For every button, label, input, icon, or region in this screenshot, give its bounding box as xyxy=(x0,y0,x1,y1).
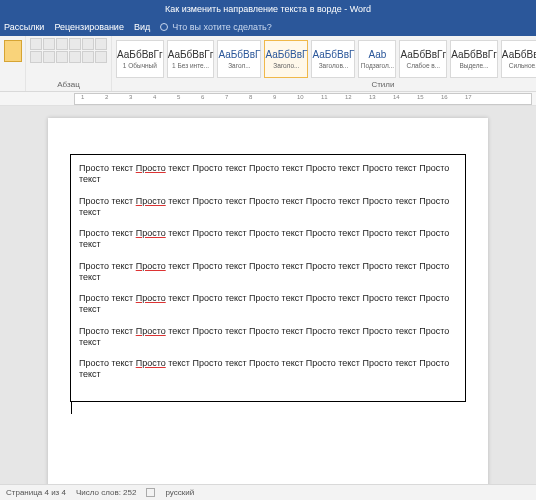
ribbon-group-paragraph: Абзац xyxy=(26,36,112,91)
ruler-mark: 13 xyxy=(369,94,376,100)
ruler-mark: 7 xyxy=(225,94,228,100)
paragraph[interactable]: Просто текст Просто текст Просто текст П… xyxy=(79,196,457,219)
grammar-underline: Просто xyxy=(136,293,166,303)
paragraph[interactable]: Просто текст Просто текст Просто текст П… xyxy=(79,293,457,316)
window-title: Как изменить направление текста в ворде … xyxy=(0,0,536,18)
styles-gallery[interactable]: АаБбВвГг1 ОбычныйАаБбВвГг1 Без инте...Аа… xyxy=(116,38,536,78)
align-center-icon[interactable] xyxy=(43,51,55,63)
ruler-mark: 12 xyxy=(345,94,352,100)
style-item-4[interactable]: АаБбВвГЗаголов... xyxy=(311,40,355,78)
align-left-icon[interactable] xyxy=(30,51,42,63)
style-item-5[interactable]: AabПодзагол... xyxy=(358,40,396,78)
ruler-mark: 17 xyxy=(465,94,472,100)
style-sample: АаБбВвГг xyxy=(168,49,214,60)
grammar-underline: Просто xyxy=(136,358,166,368)
style-item-3[interactable]: АаБбВвГЗаголо... xyxy=(264,40,308,78)
paragraph[interactable]: Просто текст Просто текст Просто текст П… xyxy=(79,326,457,349)
multilevel-icon[interactable] xyxy=(56,38,68,50)
tell-me[interactable]: Что вы хотите сделать? xyxy=(160,22,272,32)
spellcheck-icon[interactable] xyxy=(146,488,155,497)
status-words[interactable]: Число слов: 252 xyxy=(76,488,136,497)
style-sample: АаБбВвГ xyxy=(218,49,260,60)
ruler-mark: 8 xyxy=(249,94,252,100)
group-label-styles: Стили xyxy=(116,79,536,91)
style-label: 1 Без инте... xyxy=(172,62,209,69)
align-right-icon[interactable] xyxy=(56,51,68,63)
sort-icon[interactable] xyxy=(95,38,107,50)
ribbon: Абзац АаБбВвГг1 ОбычныйАаБбВвГг1 Без инт… xyxy=(0,36,536,92)
paragraph[interactable]: Просто текст Просто текст Просто текст П… xyxy=(79,163,457,186)
ruler-mark: 6 xyxy=(201,94,204,100)
style-item-1[interactable]: АаБбВвГг1 Без инте... xyxy=(167,40,215,78)
status-page[interactable]: Страница 4 из 4 xyxy=(6,488,66,497)
titlebar: Как изменить направление текста в ворде … xyxy=(0,0,536,18)
style-label: Заголо... xyxy=(273,62,299,69)
style-sample: АаБбВвГг xyxy=(451,49,497,60)
shading-icon[interactable] xyxy=(95,51,107,63)
bullets-icon[interactable] xyxy=(30,38,42,50)
ruler-mark: 3 xyxy=(129,94,132,100)
status-language[interactable]: русский xyxy=(165,488,194,497)
tab-mailings[interactable]: Рассылки xyxy=(4,22,44,32)
tab-review[interactable]: Рецензирование xyxy=(54,22,124,32)
ruler-mark: 1 xyxy=(81,94,84,100)
inc-indent-icon[interactable] xyxy=(82,38,94,50)
style-item-7[interactable]: АаБбВвГгВыделе... xyxy=(450,40,498,78)
style-label: Выделе... xyxy=(459,62,488,69)
style-sample: Aab xyxy=(369,49,387,60)
ribbon-group-styles: АаБбВвГг1 ОбычныйАаБбВвГг1 Без инте...Аа… xyxy=(112,36,536,91)
document-area[interactable]: Просто текст Просто текст Просто текст П… xyxy=(0,106,536,484)
numbering-icon[interactable] xyxy=(43,38,55,50)
style-sample: АаБбВвГг xyxy=(117,49,163,60)
style-label: Загол... xyxy=(228,62,250,69)
horizontal-ruler[interactable]: 1234567891011121314151617 xyxy=(74,93,532,105)
dec-indent-icon[interactable] xyxy=(69,38,81,50)
ruler-mark: 10 xyxy=(297,94,304,100)
align-justify-icon[interactable] xyxy=(69,51,81,63)
ruler-mark: 4 xyxy=(153,94,156,100)
ruler-mark: 16 xyxy=(441,94,448,100)
ribbon-group-paste xyxy=(0,36,26,91)
style-item-2[interactable]: АаБбВвГЗагол... xyxy=(217,40,261,78)
ruler-area: 1234567891011121314151617 xyxy=(0,92,536,106)
style-label: Заголов... xyxy=(319,62,349,69)
style-sample: АаБбВвГ xyxy=(265,49,307,60)
ribbon-tabs: Рассылки Рецензирование Вид Что вы хотит… xyxy=(0,18,536,36)
grammar-underline: Просто xyxy=(136,196,166,206)
text-box[interactable]: Просто текст Просто текст Просто текст П… xyxy=(70,154,466,402)
grammar-underline: Просто xyxy=(136,163,166,173)
style-item-8[interactable]: АаБбВвГгСильное... xyxy=(501,40,536,78)
paste-icon[interactable] xyxy=(4,40,22,62)
text-cursor xyxy=(71,402,72,414)
paragraph[interactable]: Просто текст Просто текст Просто текст П… xyxy=(79,358,457,381)
style-sample: АаБбВвГг xyxy=(400,49,446,60)
paragraph[interactable]: Просто текст Просто текст Просто текст П… xyxy=(79,228,457,251)
style-label: Подзагол... xyxy=(361,62,394,69)
ruler-mark: 15 xyxy=(417,94,424,100)
grammar-underline: Просто xyxy=(136,326,166,336)
ruler-mark: 9 xyxy=(273,94,276,100)
grammar-underline: Просто xyxy=(136,228,166,238)
style-item-6[interactable]: АаБбВвГгСлабое в... xyxy=(399,40,447,78)
lightbulb-icon xyxy=(160,23,168,31)
tell-me-placeholder: Что вы хотите сделать? xyxy=(172,22,272,32)
style-sample: АаБбВвГг xyxy=(502,49,536,60)
grammar-underline: Просто xyxy=(136,261,166,271)
style-item-0[interactable]: АаБбВвГг1 Обычный xyxy=(116,40,164,78)
style-sample: АаБбВвГ xyxy=(312,49,354,60)
group-label-paragraph: Абзац xyxy=(30,79,107,91)
ruler-mark: 5 xyxy=(177,94,180,100)
paragraph-buttons xyxy=(30,38,107,63)
style-label: 1 Обычный xyxy=(123,62,157,69)
style-label: Слабое в... xyxy=(406,62,440,69)
ruler-mark: 11 xyxy=(321,94,328,100)
paragraph[interactable]: Просто текст Просто текст Просто текст П… xyxy=(79,261,457,284)
line-spacing-icon[interactable] xyxy=(82,51,94,63)
page[interactable]: Просто текст Просто текст Просто текст П… xyxy=(48,118,488,484)
statusbar: Страница 4 из 4 Число слов: 252 русский xyxy=(0,484,536,500)
ruler-mark: 2 xyxy=(105,94,108,100)
ruler-mark: 14 xyxy=(393,94,400,100)
style-label: Сильное... xyxy=(509,62,536,69)
tab-view[interactable]: Вид xyxy=(134,22,150,32)
